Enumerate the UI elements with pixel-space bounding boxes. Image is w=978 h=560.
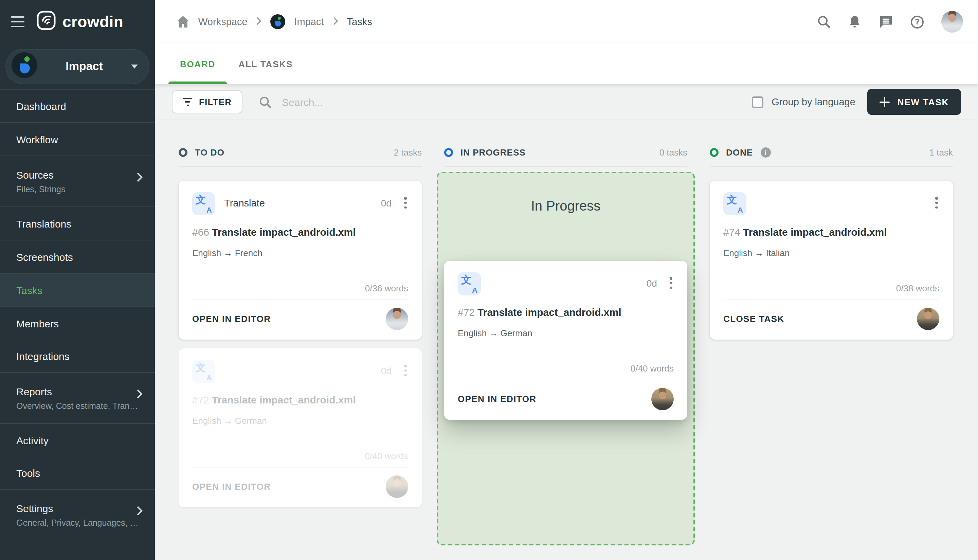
crowdin-logo-text: crowdin <box>62 13 123 31</box>
open-in-editor-button: OPEN IN EDITOR <box>192 482 271 492</box>
assignee-avatar <box>386 308 408 330</box>
column-todo: TO DO 2 tasks 文 A Translate 0d <box>178 144 422 545</box>
filter-button[interactable]: FILTER <box>172 90 242 113</box>
sidebar-item-screenshots[interactable]: Screenshots <box>0 240 155 273</box>
column-done: DONE i 1 task 文 A <box>710 144 953 545</box>
project-name: Impact <box>44 60 124 73</box>
sidebar-item-translations[interactable]: Translations <box>0 207 155 240</box>
sidebar-item-tools[interactable]: Tools <box>0 457 155 489</box>
help-icon[interactable]: ? <box>911 15 924 28</box>
toolbar: FILTER Group by language NEW TASK <box>155 84 978 120</box>
in-progress-count: 0 tasks <box>660 147 687 157</box>
board-content: FILTER Group by language NEW TASK <box>155 84 978 560</box>
column-todo-header: TO DO 2 tasks <box>178 144 422 160</box>
app-root: crowdin Impact Dashboard Workflow <box>0 0 978 560</box>
menu-icon[interactable] <box>10 15 26 29</box>
kebab-menu-icon[interactable] <box>669 276 674 290</box>
chevron-right-icon <box>137 389 143 401</box>
breadcrumb-workspace[interactable]: Workspace <box>198 16 248 27</box>
column-in-progress-header: IN PROGRESS 0 tasks <box>444 144 687 160</box>
sidebar-item-members[interactable]: Members <box>0 307 155 340</box>
task-languages: English → German <box>192 416 408 426</box>
due-badge: 0d <box>381 365 392 376</box>
translate-task-icon: 文 A <box>192 360 215 383</box>
task-card-66[interactable]: 文 A Translate 0d #66Translate impact_and… <box>178 181 422 340</box>
todo-count: 2 tasks <box>394 147 422 157</box>
breadcrumb-impact[interactable]: Impact <box>295 16 324 27</box>
new-task-button[interactable]: NEW TASK <box>868 89 961 115</box>
sidebar-item-tasks[interactable]: Tasks <box>0 274 155 306</box>
filter-icon <box>183 97 192 106</box>
column-divider <box>444 167 687 167</box>
bell-icon[interactable] <box>848 15 861 29</box>
search-icon[interactable] <box>817 15 831 28</box>
main-area: Workspace Impact Tasks <box>155 0 978 560</box>
plus-icon <box>880 97 890 107</box>
topbar: Workspace Impact Tasks <box>155 0 978 43</box>
column-divider <box>178 167 422 167</box>
sidebar-item-integrations[interactable]: Integrations <box>0 340 155 372</box>
due-badge: 0d <box>646 278 657 289</box>
crowdin-logo: crowdin <box>36 10 123 33</box>
kanban-board: TO DO 2 tasks 文 A Translate 0d <box>155 120 978 545</box>
task-languages: English → French <box>192 248 408 258</box>
tabs-bar: BOARD ALL TASKS <box>155 43 978 84</box>
group-by-label: Group by language <box>771 97 855 107</box>
home-icon[interactable] <box>177 16 190 28</box>
tab-all-tasks[interactable]: ALL TASKS <box>227 43 304 84</box>
translate-task-icon: 文 A <box>192 192 215 215</box>
search-icon <box>259 95 272 108</box>
kebab-menu-icon[interactable] <box>934 196 939 210</box>
done-status-icon <box>710 148 718 157</box>
chevron-right-icon <box>257 16 262 27</box>
task-word-count: 0/40 words <box>192 451 408 467</box>
task-card-72-dragging[interactable]: 文 A 0d #72Translate impact_android.xml E… <box>444 261 687 420</box>
task-card-74[interactable]: 文 A #74Translate impact_android.xml Engl… <box>710 181 953 340</box>
sidebar-item-settings[interactable]: Settings General, Privacy, Languages, Q… <box>0 490 155 540</box>
search-input[interactable] <box>280 95 566 108</box>
crowdin-logo-icon <box>36 10 57 33</box>
breadcrumb-tasks: Tasks <box>347 16 372 27</box>
sidebar-item-sources-subtitle: Files, Strings <box>16 184 65 194</box>
task-word-count: 0/40 words <box>458 363 674 380</box>
sidebar-item-reports-subtitle: Overview, Cost estimate, Transl… <box>16 401 138 410</box>
group-by-language: Group by language <box>752 96 855 108</box>
open-in-editor-button[interactable]: OPEN IN EDITOR <box>458 394 536 404</box>
dropzone-label: In Progress <box>531 198 601 214</box>
close-task-button[interactable]: CLOSE TASK <box>723 314 785 324</box>
sidebar-item-workflow[interactable]: Workflow <box>0 123 155 155</box>
kebab-menu-icon[interactable] <box>403 196 408 210</box>
info-icon[interactable]: i <box>760 147 770 157</box>
todo-status-icon <box>178 148 187 157</box>
user-avatar[interactable] <box>941 11 963 33</box>
kebab-menu-icon <box>403 363 408 378</box>
column-divider <box>710 167 953 167</box>
assignee-avatar <box>917 308 939 330</box>
chevron-right-icon <box>137 173 143 184</box>
breadcrumb-project-icon <box>271 14 286 29</box>
translate-task-icon: 文 A <box>723 192 746 215</box>
open-in-editor-button[interactable]: OPEN IN EDITOR <box>192 314 271 324</box>
task-languages: English → German <box>458 328 674 338</box>
sidebar: crowdin Impact Dashboard Workflow <box>0 0 155 560</box>
done-count: 1 task <box>930 147 953 157</box>
search-box <box>259 95 752 108</box>
sidebar-item-activity[interactable]: Activity <box>0 424 155 457</box>
group-by-checkbox[interactable] <box>752 96 763 108</box>
sidebar-item-dashboard[interactable]: Dashboard <box>0 90 155 122</box>
chat-icon[interactable] <box>879 15 893 28</box>
chevron-right-icon <box>137 506 143 518</box>
sidebar-item-reports[interactable]: Reports Overview, Cost estimate, Transl… <box>0 373 155 423</box>
task-type-label: Translate <box>224 198 265 208</box>
column-done-header: DONE i 1 task <box>710 144 953 160</box>
task-title: #72Translate impact_android.xml <box>458 306 674 318</box>
chevron-right-icon <box>333 16 338 27</box>
sidebar-item-settings-subtitle: General, Privacy, Languages, Q… <box>16 518 138 527</box>
column-in-progress: IN PROGRESS 0 tasks In Progress 文 A <box>444 144 687 545</box>
sidebar-item-sources[interactable]: Sources Files, Strings <box>0 156 155 207</box>
project-selector[interactable]: Impact <box>5 49 150 84</box>
in-progress-status-icon <box>444 148 453 157</box>
tab-board[interactable]: BOARD <box>168 43 227 84</box>
breadcrumb: Workspace Impact Tasks <box>177 14 372 29</box>
sidebar-header: crowdin <box>0 0 155 43</box>
